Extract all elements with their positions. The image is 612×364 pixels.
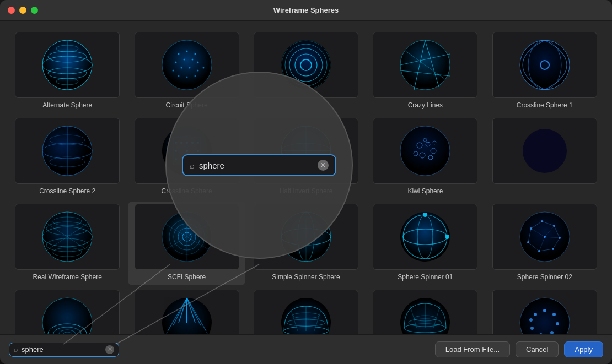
svg-point-13 [175,62,176,63]
svg-point-162 [552,313,556,316]
svg-point-166 [530,327,534,330]
preset-label: Crossline Sphere [162,187,212,195]
preset-label: Half Invert Sphere [280,187,333,195]
list-item[interactable]: Real Wireframe Sphere [9,202,126,285]
svg-point-15 [191,59,193,61]
list-item[interactable]: Crazy Lines [367,30,484,113]
list-item[interactable]: Sphere Spinner 01 [367,202,484,285]
preset-thumbnail [373,32,477,98]
preset-thumbnail [373,118,477,184]
svg-point-52 [186,142,188,144]
minimize-button[interactable] [19,7,26,14]
preset-thumbnail [15,204,120,270]
preset-thumbnail [373,204,477,270]
svg-point-21 [202,67,204,69]
svg-point-53 [191,142,194,144]
preset-thumbnail [254,204,358,270]
search-icon: ⌕ [14,345,18,354]
preset-thumbnail [492,118,597,184]
preset-thumbnail [135,32,239,98]
svg-point-24 [194,75,196,77]
preset-label: Simple Spinner Sphere [272,273,340,281]
search-input[interactable] [22,345,102,354]
list-item[interactable]: Circuit Sphere [128,30,245,113]
svg-point-23 [186,77,187,78]
main-window: Wireframe Spheres Alternate Sphere [0,0,612,364]
window-title: Wireframe Spheres [273,6,339,14]
svg-point-22 [178,75,179,77]
bottom-bar: ⌕ ✕ Load From File... Cancel Apply [0,334,612,364]
list-item[interactable] [9,287,126,334]
svg-point-8 [162,40,212,90]
preset-label: Sphere Spinner 01 [398,273,453,281]
list-item[interactable]: Sphere Spinner 02 [486,202,603,285]
close-button[interactable] [8,7,15,14]
svg-point-105 [423,213,427,217]
list-item[interactable]: Crossline Sphere 2 [9,116,126,199]
preset-thumbnail [135,204,239,270]
svg-point-57 [197,150,199,152]
list-item[interactable]: Crossline Sphere 1 [486,30,603,113]
list-item[interactable] [486,287,603,334]
svg-point-14 [183,59,185,61]
search-container: ⌕ ✕ [9,343,119,357]
preset-label: Crazy Lines [408,101,443,109]
svg-point-19 [189,67,190,69]
list-item[interactable]: Alternate Sphere [9,30,126,113]
svg-point-160 [534,313,537,316]
preset-thumbnail [254,290,358,334]
svg-point-10 [178,53,179,55]
preset-thumbnail [492,204,597,270]
cancel-button[interactable]: Cancel [516,341,559,357]
preset-label: Crossline Sphere 1 [517,101,573,109]
svg-point-128 [42,298,92,334]
svg-point-17 [172,70,174,72]
svg-point-158 [520,298,570,334]
preset-label: Circuit Sphere [166,101,208,109]
list-item[interactable]: Crossline Sphere [128,116,245,199]
svg-point-66 [400,126,450,176]
svg-point-55 [175,150,177,152]
preset-grid: Alternate Sphere [0,21,612,334]
traffic-lights [8,7,38,14]
svg-point-56 [186,150,188,152]
svg-point-164 [550,331,554,334]
preset-thumbnail [254,32,358,98]
list-item[interactable]: Kiwi Sphere [367,116,484,199]
svg-point-76 [523,129,567,173]
preset-label: Kiwi Sphere [407,187,443,195]
svg-point-11 [186,51,187,52]
list-item[interactable] [367,287,484,334]
maximize-button[interactable] [31,7,38,14]
apply-button[interactable]: Apply [564,341,603,357]
search-clear-button[interactable]: ✕ [105,345,114,354]
svg-point-167 [529,318,533,322]
preset-label: Real Wireframe Sphere [33,273,102,281]
list-item[interactable]: Half Invert Sphere [248,116,364,199]
preset-label: Sphere Spinner 02 [517,273,572,281]
preset-label: Alternate Sphere [42,101,92,109]
list-item[interactable] [128,287,245,334]
titlebar: Wireframe Spheres [0,0,612,21]
list-item[interactable]: SCFI Sphere [128,202,245,285]
list-item[interactable] [486,116,603,199]
svg-point-161 [543,309,546,312]
svg-point-59 [186,158,188,160]
preset-thumbnail [15,290,120,334]
svg-point-20 [197,70,198,72]
svg-point-16 [197,62,198,63]
preset-label: SCFI Sphere [168,273,206,281]
preset-thumbnail [492,32,597,98]
load-from-file-button[interactable]: Load From File... [435,341,510,357]
svg-point-101 [400,212,450,262]
preset-label: Crossline Sphere 2 [39,187,95,195]
svg-point-18 [180,67,182,69]
preset-thumbnail [373,290,477,334]
preset-thumbnail [135,290,239,334]
list-item[interactable] [248,30,364,113]
svg-point-60 [197,158,199,160]
svg-point-54 [197,142,199,144]
svg-point-50 [175,142,177,144]
list-item[interactable]: Simple Spinner Sphere [248,202,364,285]
list-item[interactable] [248,287,364,334]
